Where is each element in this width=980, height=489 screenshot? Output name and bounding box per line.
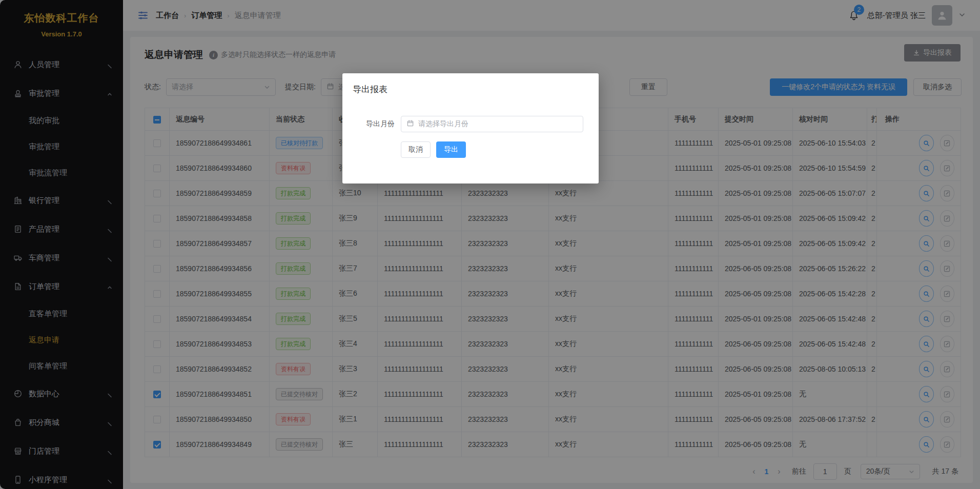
modal-form-row: 导出月份 请选择导出月份 bbox=[342, 116, 599, 132]
modal-buttons: 取消 导出 bbox=[401, 141, 599, 158]
calendar-icon bbox=[406, 119, 414, 129]
export-report-modal: 导出报表 导出月份 请选择导出月份 取消 导出 bbox=[342, 73, 599, 184]
app: 东怡数科工作台 Version 1.7.0 人员管理审批管理我的审批审批管理审批… bbox=[0, 0, 980, 489]
modal-cancel-button[interactable]: 取消 bbox=[401, 141, 431, 158]
export-month-picker[interactable]: 请选择导出月份 bbox=[401, 116, 583, 132]
export-month-label: 导出月份 bbox=[353, 119, 395, 129]
modal-title: 导出报表 bbox=[342, 73, 599, 95]
modal-export-button[interactable]: 导出 bbox=[436, 141, 466, 158]
